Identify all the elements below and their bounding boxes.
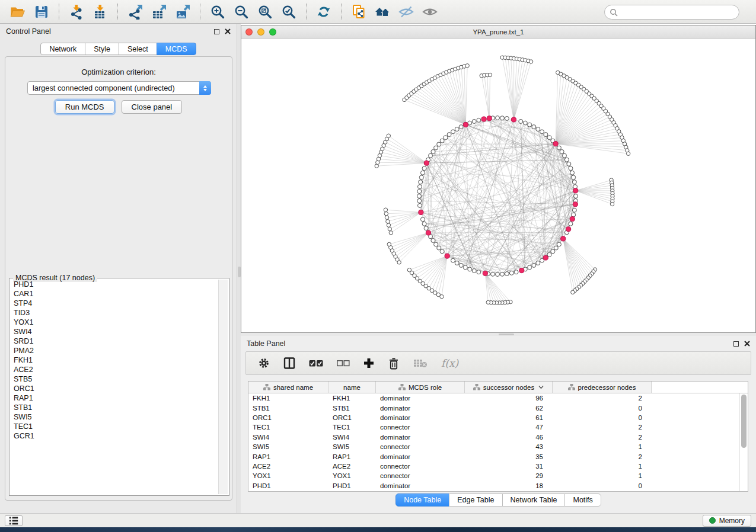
- scrollbar-thumb[interactable]: [741, 395, 747, 448]
- network-node[interactable]: [417, 190, 422, 194]
- network-node[interactable]: [572, 208, 576, 212]
- network-node[interactable]: [419, 175, 423, 180]
- network-node[interactable]: [551, 249, 555, 254]
- table-row[interactable]: TEC1TEC1connector472: [248, 422, 739, 432]
- mcds-result-item[interactable]: FKH1: [11, 355, 218, 365]
- mcds-result-item[interactable]: PHD1: [11, 280, 218, 289]
- network-node[interactable]: [547, 252, 551, 257]
- leaf-node[interactable]: [375, 164, 378, 168]
- tab-network[interactable]: Network: [40, 43, 85, 55]
- mcds-result-item[interactable]: SWI5: [11, 412, 218, 422]
- import-table-button[interactable]: [90, 2, 110, 21]
- network-node[interactable]: [420, 217, 425, 222]
- network-node[interactable]: [500, 272, 504, 276]
- close-panel-button[interactable]: Close panel: [122, 100, 183, 114]
- network-node[interactable]: [540, 130, 544, 134]
- network-node[interactable]: [500, 116, 504, 120]
- mcds-result-item[interactable]: PMA2: [11, 346, 218, 355]
- leaf-node[interactable]: [387, 134, 390, 137]
- mcds-result-item[interactable]: GCR1: [11, 431, 218, 441]
- network-node[interactable]: [547, 136, 551, 140]
- network-node[interactable]: [496, 116, 500, 120]
- hide-selected-button[interactable]: [396, 2, 416, 21]
- network-node[interactable]: [431, 238, 435, 242]
- leaf-node[interactable]: [465, 64, 469, 68]
- mcds-node[interactable]: [424, 161, 429, 165]
- leaf-node[interactable]: [387, 242, 391, 246]
- mcds-node[interactable]: [426, 230, 430, 235]
- leaf-node[interactable]: [626, 152, 630, 155]
- network-node[interactable]: [564, 158, 569, 162]
- mcds-result-item[interactable]: STB5: [11, 374, 218, 384]
- network-node[interactable]: [532, 125, 536, 129]
- tab-mcds[interactable]: MCDS: [157, 43, 196, 55]
- network-node[interactable]: [557, 146, 561, 150]
- network-node[interactable]: [491, 272, 495, 276]
- zoom-fit-button[interactable]: [255, 2, 275, 21]
- table-row[interactable]: SWI5SWI5connector431: [248, 442, 739, 451]
- unselect-all-columns-button[interactable]: [337, 360, 350, 367]
- leaf-node[interactable]: [387, 223, 390, 227]
- table-row[interactable]: ORC1ORC1dominator610: [248, 413, 739, 422]
- mcds-node[interactable]: [573, 188, 578, 193]
- leaf-node[interactable]: [385, 216, 388, 219]
- mcds-result-item[interactable]: ACE2: [11, 365, 218, 374]
- float-panel-icon[interactable]: [214, 29, 219, 34]
- network-node[interactable]: [455, 261, 459, 265]
- network-node[interactable]: [419, 180, 423, 184]
- tab-select[interactable]: Select: [119, 43, 157, 55]
- show-ui-panels-button[interactable]: [5, 515, 23, 526]
- export-image-button[interactable]: [173, 2, 193, 21]
- zoom-selected-button[interactable]: [279, 2, 299, 21]
- criterion-dropdown[interactable]: largest connected component (undirected): [27, 81, 211, 95]
- network-node[interactable]: [477, 270, 481, 274]
- create-column-button[interactable]: [363, 358, 374, 368]
- network-node[interactable]: [505, 116, 509, 120]
- network-node[interactable]: [572, 175, 576, 180]
- first-neighbors-button[interactable]: [372, 2, 393, 21]
- mcds-list-scrollbar[interactable]: [218, 280, 228, 494]
- network-node[interactable]: [472, 269, 476, 273]
- tab-network-table[interactable]: Network Table: [502, 493, 566, 507]
- network-node[interactable]: [420, 171, 425, 175]
- network-node[interactable]: [417, 194, 422, 198]
- apply-layout-button[interactable]: [314, 2, 334, 21]
- network-node[interactable]: [451, 130, 455, 134]
- network-node[interactable]: [536, 261, 540, 265]
- network-node[interactable]: [417, 198, 422, 203]
- network-node[interactable]: [440, 139, 444, 143]
- open-file-button[interactable]: [8, 2, 28, 21]
- network-node[interactable]: [557, 242, 561, 246]
- import-network-button[interactable]: [66, 2, 87, 21]
- vertical-splitter[interactable]: [237, 24, 241, 513]
- mcds-node[interactable]: [573, 202, 578, 207]
- network-node[interactable]: [505, 272, 509, 276]
- mcds-result-item[interactable]: CAR1: [11, 289, 218, 299]
- table-row[interactable]: RAP1RAP1dominator352: [248, 451, 739, 461]
- table-row[interactable]: YOX1YOX1connector291: [248, 471, 739, 480]
- leaf-node[interactable]: [389, 231, 393, 235]
- mcds-node[interactable]: [561, 236, 566, 241]
- network-node[interactable]: [536, 127, 540, 132]
- network-node[interactable]: [424, 226, 428, 230]
- network-node[interactable]: [509, 271, 513, 275]
- zoom-out-button[interactable]: [231, 2, 251, 21]
- network-node[interactable]: [519, 119, 523, 123]
- network-node[interactable]: [477, 118, 481, 122]
- network-node[interactable]: [569, 166, 573, 171]
- mcds-node[interactable]: [419, 210, 423, 214]
- network-node[interactable]: [572, 180, 576, 184]
- network-node[interactable]: [528, 123, 532, 127]
- delete-columns-button[interactable]: [388, 357, 400, 370]
- leaf-node[interactable]: [610, 202, 614, 206]
- network-node[interactable]: [447, 133, 451, 137]
- mcds-result-item[interactable]: RAP1: [11, 393, 218, 403]
- network-node[interactable]: [569, 222, 573, 226]
- network-node[interactable]: [459, 263, 463, 267]
- show-columns-button[interactable]: [283, 357, 295, 369]
- save-session-button[interactable]: [31, 2, 52, 21]
- mcds-node[interactable]: [487, 116, 492, 121]
- network-node[interactable]: [434, 242, 438, 246]
- close-panel-icon[interactable]: [744, 341, 750, 347]
- network-node[interactable]: [417, 185, 422, 189]
